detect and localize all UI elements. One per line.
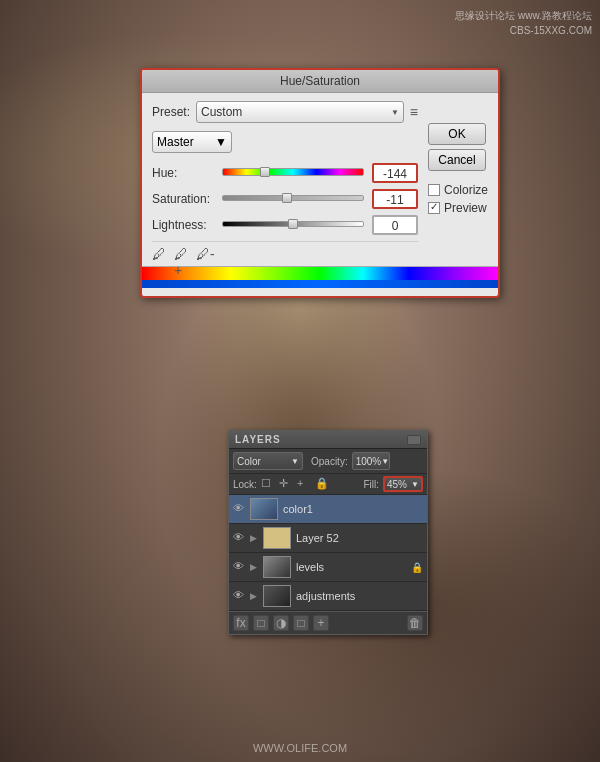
layer-visibility-icon[interactable]: 👁 (233, 502, 247, 516)
dialog-body: OK Cancel Colorize Preview Preset: Custo… (142, 93, 498, 296)
layer-expand-icon[interactable]: ▶ (250, 562, 260, 572)
panel-icons (407, 435, 421, 445)
layer-visibility-icon[interactable]: 👁 (233, 531, 247, 545)
blend-mode-select[interactable]: Color ▼ (233, 452, 303, 470)
layer-name: levels (296, 561, 324, 573)
hue-row: Hue: -144 (152, 163, 418, 183)
new-layer-button[interactable]: + (313, 615, 329, 631)
dialog-buttons: OK Cancel Colorize Preview (428, 123, 488, 219)
watermark-top: 思缘设计论坛 www.路教程论坛 CBS-15XXG.COM (455, 8, 592, 38)
master-select[interactable]: Master ▼ (152, 131, 232, 153)
preset-select[interactable]: Custom ▼ (196, 101, 404, 123)
layer-row[interactable]: 👁 ▶ Layer 52 (229, 524, 427, 553)
lightness-value[interactable]: 0 (372, 215, 418, 235)
layer-expand-icon[interactable]: ▶ (250, 591, 260, 601)
lock-label: Lock: (233, 479, 257, 490)
hue-slider-bg (222, 168, 364, 176)
add-mask-button[interactable]: □ (253, 615, 269, 631)
layer-row[interactable]: 👁 ▶ levels 🔒 (229, 553, 427, 582)
hue-value[interactable]: -144 (372, 163, 418, 183)
cancel-button[interactable]: Cancel (428, 149, 486, 171)
lightness-label: Lightness: (152, 218, 222, 232)
saturation-slider-track[interactable] (222, 192, 364, 204)
layer-lock-icon: 🔒 (411, 562, 423, 573)
opacity-value[interactable]: 100% ▼ (352, 452, 390, 470)
blend-mode-arrow: ▼ (291, 457, 299, 466)
saturation-slider-thumb[interactable] (282, 193, 292, 203)
lock-position-icon[interactable]: 🔒 (315, 477, 329, 491)
layers-title: LAYERS (235, 434, 281, 445)
hue-slider-track[interactable] (222, 166, 364, 178)
preset-menu-icon[interactable]: ≡ (410, 104, 418, 120)
saturation-row: Saturation: -11 (152, 189, 418, 209)
layer-name: adjustments (296, 590, 355, 602)
lock-move-icon[interactable]: ✛ (279, 477, 293, 491)
fill-value[interactable]: 45% ▼ (383, 476, 423, 492)
layer-row[interactable]: 👁 ▶ adjustments (229, 582, 427, 611)
layer-thumbnail (263, 556, 291, 578)
delete-layer-button[interactable]: 🗑 (407, 615, 423, 631)
saturation-label: Saturation: (152, 192, 222, 206)
lightness-slider-thumb[interactable] (288, 219, 298, 229)
layers-panel: LAYERS Color ▼ Opacity: 100% ▼ Lock: ☐ ✛… (228, 430, 428, 635)
preset-dropdown-arrow: ▼ (391, 108, 399, 117)
layer-thumbnail (263, 585, 291, 607)
layer-visibility-icon[interactable]: 👁 (233, 589, 247, 603)
layer-row[interactable]: 👁 color1 (229, 495, 427, 524)
hue-saturation-dialog: Hue/Saturation OK Cancel Colorize Previe… (140, 68, 500, 298)
layer-thumbnail (263, 527, 291, 549)
preview-checkbox[interactable] (428, 202, 440, 214)
lightness-slider-track[interactable] (222, 218, 364, 230)
hue-result-bar (142, 280, 498, 288)
master-row: Master ▼ (152, 131, 418, 153)
eyedropper-icon[interactable]: 🖊 (152, 246, 170, 264)
panel-menu-btn[interactable] (407, 435, 421, 445)
saturation-slider-bg (222, 195, 364, 201)
lock-pixels-icon[interactable]: ☐ (261, 477, 275, 491)
hue-slider-thumb[interactable] (260, 167, 270, 177)
lightness-slider-wrap (222, 218, 364, 232)
hue-spectrum-bar (142, 266, 498, 280)
saturation-value[interactable]: -11 (372, 189, 418, 209)
hue-slider-wrap (222, 166, 364, 180)
lock-fill-row: Lock: ☐ ✛ + 🔒 Fill: 45% ▼ (229, 474, 427, 495)
master-dropdown-arrow: ▼ (215, 135, 227, 149)
watermark-bottom: WWW.OLIFE.COM (253, 742, 347, 754)
dialog-title: Hue/Saturation (280, 74, 360, 88)
layer-thumbnail (250, 498, 278, 520)
blend-mode-value: Color (237, 456, 261, 467)
blend-opacity-row: Color ▼ Opacity: 100% ▼ (229, 449, 427, 474)
opacity-arrow: ▼ (381, 457, 389, 466)
ok-button[interactable]: OK (428, 123, 486, 145)
colorize-label: Colorize (444, 183, 488, 197)
hue-label: Hue: (152, 166, 222, 180)
dialog-titlebar: Hue/Saturation (142, 70, 498, 93)
dialog-left-content: Preset: Custom ▼ ≡ Master ▼ Hue: (152, 101, 418, 266)
colorize-checkbox[interactable] (428, 184, 440, 196)
master-label: Master (157, 135, 194, 149)
lock-all-icon[interactable]: + (297, 477, 311, 491)
preset-row: Preset: Custom ▼ ≡ (152, 101, 418, 123)
preview-label: Preview (444, 201, 487, 215)
add-style-button[interactable]: fx (233, 615, 249, 631)
opacity-label: Opacity: (311, 456, 348, 467)
eyedropper-plus-icon[interactable]: 🖊+ (174, 246, 192, 264)
eyedropper-minus-icon[interactable]: 🖊- (196, 246, 214, 264)
layer-name: color1 (283, 503, 313, 515)
saturation-slider-wrap (222, 192, 364, 206)
preset-label: Preset: (152, 105, 190, 119)
layer-name: Layer 52 (296, 532, 339, 544)
layers-titlebar: LAYERS (229, 431, 427, 449)
fill-arrow: ▼ (411, 480, 419, 489)
preset-value: Custom (201, 105, 242, 119)
layer-expand-icon[interactable]: ▶ (250, 533, 260, 543)
layers-bottom-toolbar: fx □ ◑ □ + 🗑 (229, 611, 427, 634)
layer-visibility-icon[interactable]: 👁 (233, 560, 247, 574)
preview-row: Preview (428, 201, 488, 215)
fill-label: Fill: (363, 479, 379, 490)
colorize-row: Colorize (428, 183, 488, 197)
lightness-row: Lightness: 0 (152, 215, 418, 235)
new-group-button[interactable]: □ (293, 615, 309, 631)
dialog-toolbar: 🖊 🖊+ 🖊- (152, 241, 418, 266)
new-fill-button[interactable]: ◑ (273, 615, 289, 631)
